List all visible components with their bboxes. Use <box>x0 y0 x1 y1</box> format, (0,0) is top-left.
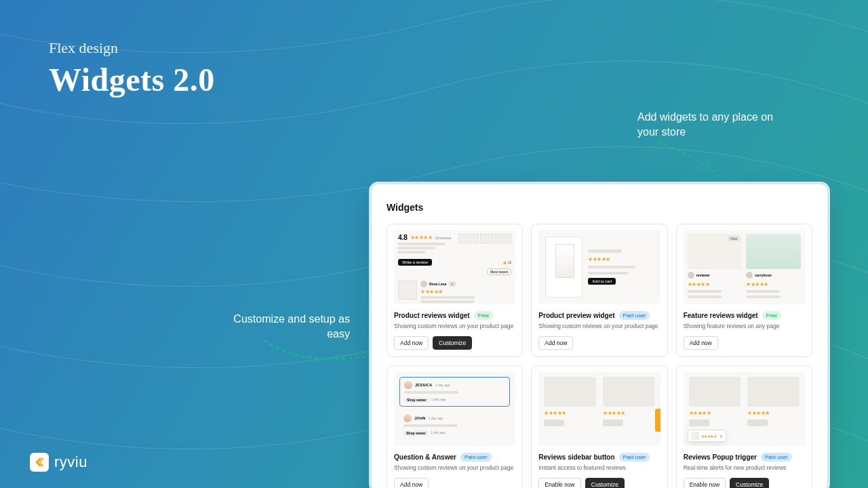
add-to-cart-button[interactable]: Add to cart <box>588 278 616 285</box>
tier-badge-free: Free <box>474 311 493 320</box>
add-now-button[interactable]: Add now <box>538 336 573 350</box>
widgets-grid: 4.8 ★★★★★ 19 reviews <box>387 224 812 488</box>
helpful-count: 👍 12 <box>502 260 512 264</box>
card-question-answer: JESSICA1 day ago Shop owner1 day ago JOH… <box>387 365 523 488</box>
popup-toast[interactable]: ★★★★★ ✕ <box>688 430 727 442</box>
add-now-button[interactable]: Add now <box>684 336 718 350</box>
star-icon: ★★★★★ <box>747 410 800 416</box>
sort-filter[interactable]: Most recent <box>487 268 511 275</box>
preview-popup-trigger: ★★★★★ ★★★★★ ★★★★★ ✕ <box>684 371 805 446</box>
marketing-slide: Flex design Widgets 2.0 Add widgets to a… <box>0 0 868 488</box>
close-icon[interactable]: ✕ <box>719 434 723 439</box>
preview-product-preview: ★★★★★ Add to cart <box>538 230 660 304</box>
widgets-panel: Widgets 4.8 ★★★★★ 19 reviews <box>369 182 830 488</box>
card-desc: Showing custom reviews on your product p… <box>394 464 515 471</box>
card-title: Reviews Popup trigger <box>684 453 757 461</box>
brand-name: ryviu <box>54 453 87 471</box>
sidebar-tab-icon[interactable] <box>655 409 660 432</box>
preview-product-reviews: 4.8 ★★★★★ 19 reviews <box>394 230 515 304</box>
star-icon: ★★★★★ <box>544 410 596 416</box>
brand-mark-icon <box>30 453 49 472</box>
hero: Flex design Widgets 2.0 <box>49 39 215 98</box>
card-product-reviews: 4.8 ★★★★★ 19 reviews <box>387 224 523 357</box>
panel-heading: Widgets <box>387 202 812 213</box>
tier-badge-paid: Paid user <box>761 453 792 462</box>
enable-now-button[interactable]: Enable now <box>684 478 726 488</box>
card-title: Question & Answer <box>394 453 456 461</box>
preview-sidebar-button: ★★★★★ ★★★★★ <box>538 371 660 446</box>
card-desc: Showing feature reviews on any page <box>684 323 805 329</box>
add-now-button[interactable]: Add now <box>394 478 429 488</box>
star-icon: ★★★★★ <box>746 281 801 287</box>
star-icon: ★★★★★ <box>688 281 743 287</box>
preview-rating: 4.8 <box>398 234 408 241</box>
hero-subtitle: Flex design <box>49 39 215 57</box>
tier-badge-free: Free <box>762 311 781 320</box>
hero-title: Widgets 2.0 <box>49 61 215 98</box>
callout-right: Add widgets to any place on your store <box>637 110 787 140</box>
callout-left: Customize and setup as easy <box>214 312 350 342</box>
customize-button[interactable]: Customize <box>585 478 625 488</box>
card-desc: Showing custom reviews on your product p… <box>394 323 515 329</box>
star-icon: ★★★★★ <box>603 410 655 416</box>
preview-feature-reviews: New reviewer ★★★★★ carryboon ★★★★★ <box>684 230 805 304</box>
star-icon: ★★★★★ <box>701 434 717 439</box>
brand-logo: ryviu <box>30 453 87 472</box>
customize-button[interactable]: Customize <box>433 336 472 350</box>
card-desc: Real-time alerts for new product reviews <box>684 464 805 471</box>
card-product-preview: ★★★★★ Add to cart Product preview widget… <box>531 224 667 357</box>
card-desc: Showing custom reviews on your product p… <box>538 323 660 329</box>
tier-badge-paid: Paid user <box>619 453 650 462</box>
customize-button[interactable]: Customize <box>730 478 769 488</box>
tier-badge-paid: Paid user <box>619 311 650 320</box>
star-icon: ★★★★★ <box>689 410 741 416</box>
card-desc: Instant access to featured reviews <box>538 464 660 471</box>
add-now-button[interactable]: Add now <box>394 336 429 350</box>
card-feature-reviews: New reviewer ★★★★★ carryboon ★★★★★ Featu… <box>676 224 812 357</box>
card-sidebar-button: ★★★★★ ★★★★★ Reviews sidebar button Paid … <box>531 365 667 488</box>
enable-now-button[interactable]: Enable now <box>538 478 580 488</box>
card-title: Reviews sidebar button <box>538 453 614 461</box>
tier-badge-paid: Paid user <box>460 453 492 462</box>
write-review-button[interactable]: Write a review <box>398 259 432 266</box>
star-icon: ★★★★★ <box>420 289 511 295</box>
card-popup-trigger: ★★★★★ ★★★★★ ★★★★★ ✕ Reviews P <box>676 365 812 488</box>
preview-question-answer: JESSICA1 day ago Shop owner1 day ago JOH… <box>394 371 515 446</box>
card-title: Product preview widget <box>538 312 614 319</box>
star-icon: ★★★★★ <box>588 256 653 262</box>
star-icon: ★★★★★ <box>410 235 433 241</box>
card-title: Product reviews widget <box>394 312 470 319</box>
card-title: Feature reviews widget <box>684 312 758 319</box>
